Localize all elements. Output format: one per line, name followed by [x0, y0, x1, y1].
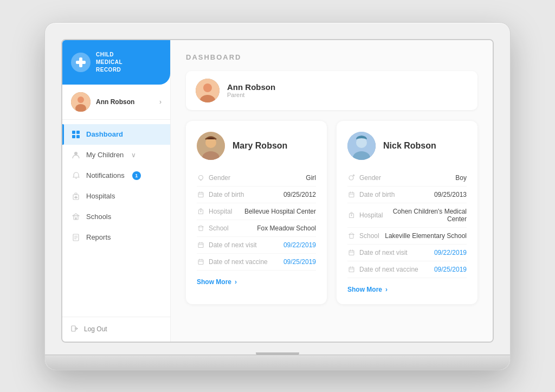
chevron-right-icon: › — [159, 98, 162, 106]
svg-rect-62 — [351, 213, 352, 214]
svg-rect-46 — [198, 260, 203, 265]
gender-value-nick: Boy — [455, 174, 467, 182]
dob-icon-nick — [347, 191, 355, 198]
show-more-nick[interactable]: Show More › — [347, 286, 467, 293]
svg-rect-6 — [76, 131, 80, 134]
hospital-icon-mary — [197, 208, 204, 215]
svg-point-24 — [203, 83, 212, 92]
mary-vaccine-row: Date of next vaccine 09/25/2019 — [197, 254, 316, 271]
mary-dob-row: Date of birth 09/25/2012 — [197, 187, 316, 203]
sidebar-item-dashboard[interactable]: Dashboard — [62, 124, 170, 145]
svg-point-3 — [78, 97, 84, 103]
nick-hospital-row: Hospital Cohen Children's Medical Center — [347, 203, 467, 228]
hospital-value-mary: Bellevue Hospital Center — [244, 208, 316, 215]
vaccine-icon-mary — [197, 258, 204, 266]
chevron-right-icon: › — [385, 286, 388, 293]
user-name: Ann Robson — [96, 98, 154, 106]
visit-label-nick: Date of next visit — [359, 249, 408, 256]
vaccine-label-nick: Date of next vaccine — [359, 266, 418, 273]
svg-rect-16 — [75, 217, 77, 220]
sidebar-item-notifications[interactable]: Notifications 1 — [62, 165, 170, 186]
svg-rect-32 — [198, 192, 203, 197]
hospital-value-nick: Cohen Children's Medical Center — [383, 208, 467, 223]
vaccine-value-nick: 09/25/2019 — [434, 266, 467, 273]
child-card-nick: Nick Robson — [337, 121, 477, 304]
school-label-nick: School — [359, 232, 379, 240]
sidebar-item-hospitals[interactable]: Hospitals — [62, 186, 170, 207]
gender-label-nick: Gender — [359, 174, 381, 182]
parent-name: Ann Robson — [227, 82, 275, 92]
notifications-badge: 1 — [132, 171, 141, 180]
svg-rect-11 — [75, 193, 77, 195]
logout-label: Log Out — [84, 325, 107, 333]
laptop-wrapper: CHILD MEDICAL RECORD Ann Robson › — [44, 22, 511, 370]
sidebar-item-my-children[interactable]: My Children ∨ — [62, 145, 170, 165]
mary-gender-row: Gender Girl — [197, 170, 316, 187]
schools-icon — [71, 212, 81, 222]
gender-icon-nick — [347, 174, 355, 182]
laptop-screen: CHILD MEDICAL RECORD Ann Robson › — [61, 39, 494, 343]
notifications-label: Notifications — [86, 171, 125, 179]
svg-point-9 — [74, 152, 78, 155]
svg-rect-37 — [200, 209, 202, 210]
show-more-mary[interactable]: Show More › — [197, 278, 316, 286]
svg-rect-42 — [198, 243, 203, 248]
parent-details: Ann Robson Parent — [227, 82, 275, 98]
school-icon-mary — [197, 224, 204, 232]
hospital-icon-nick — [347, 211, 355, 219]
parent-avatar — [196, 79, 220, 102]
dob-icon-mary — [197, 191, 204, 198]
svg-rect-41 — [199, 227, 203, 231]
visit-value-mary: 09/22/2019 — [283, 241, 316, 249]
school-value-mary: Fox Meadow School — [257, 224, 316, 232]
nick-gender-row: Gender Boy — [347, 170, 467, 187]
sidebar-footer: Log Out — [62, 317, 170, 342]
child-name-nick: Nick Robson — [383, 141, 436, 151]
parent-role: Parent — [227, 92, 275, 98]
nick-visit-row: Date of next visit 09/22/2019 — [347, 245, 467, 261]
school-label-mary: School — [209, 224, 229, 232]
svg-rect-1 — [76, 61, 86, 64]
dob-value-nick: 09/25/2013 — [434, 191, 467, 198]
my-children-label: My Children — [86, 151, 124, 159]
chevron-right-icon: › — [235, 278, 237, 286]
svg-rect-71 — [349, 267, 354, 272]
mary-visit-row: Date of next visit 09/22/2019 — [197, 237, 316, 254]
visit-icon-nick — [347, 249, 355, 256]
sidebar-item-reports[interactable]: Reports — [62, 227, 170, 248]
gender-label-mary: Gender — [209, 174, 230, 182]
hospitals-icon — [71, 191, 81, 201]
svg-rect-13 — [74, 197, 78, 198]
dob-label-nick: Date of birth — [359, 191, 395, 198]
app-logo-icon — [71, 53, 91, 72]
page-title: DASHBOARD — [186, 53, 477, 61]
main-content: DASHBOARD Ann Robson Parent — [171, 40, 493, 342]
hospital-label-mary: Hospital — [209, 208, 232, 215]
children-grid: Mary Robson Gender — [186, 121, 477, 304]
child-avatar-mary — [197, 132, 225, 160]
svg-point-51 — [356, 137, 367, 148]
sidebar-nav: Dashboard My Children ∨ — [62, 120, 170, 317]
dashboard-icon — [71, 130, 81, 139]
child-header-nick: Nick Robson — [347, 132, 467, 160]
logout-button[interactable]: Log Out — [71, 325, 162, 334]
school-icon-nick — [347, 232, 355, 240]
sidebar-user[interactable]: Ann Robson › — [62, 85, 170, 120]
nick-school-row: School Lakeville Elementary School — [347, 228, 467, 245]
schools-label: Schools — [86, 213, 111, 221]
gender-icon-mary — [197, 174, 204, 182]
sidebar-item-schools[interactable]: Schools — [62, 207, 170, 227]
child-name-mary: Mary Robson — [233, 141, 287, 151]
gender-value-mary: Girl — [306, 174, 316, 182]
svg-rect-66 — [350, 235, 353, 239]
svg-rect-5 — [72, 131, 75, 134]
vaccine-label-mary: Date of next vaccine — [209, 258, 268, 266]
nick-dob-row: Date of birth 09/25/2013 — [347, 187, 467, 203]
hospitals-label: Hospitals — [86, 192, 115, 200]
reports-label: Reports — [86, 233, 111, 241]
nick-vaccine-row: Date of next vaccine 09/25/2019 — [347, 261, 467, 278]
svg-rect-67 — [349, 250, 354, 255]
svg-rect-8 — [76, 135, 80, 138]
sidebar-header: CHILD MEDICAL RECORD — [62, 40, 170, 85]
visit-icon-mary — [197, 241, 204, 249]
